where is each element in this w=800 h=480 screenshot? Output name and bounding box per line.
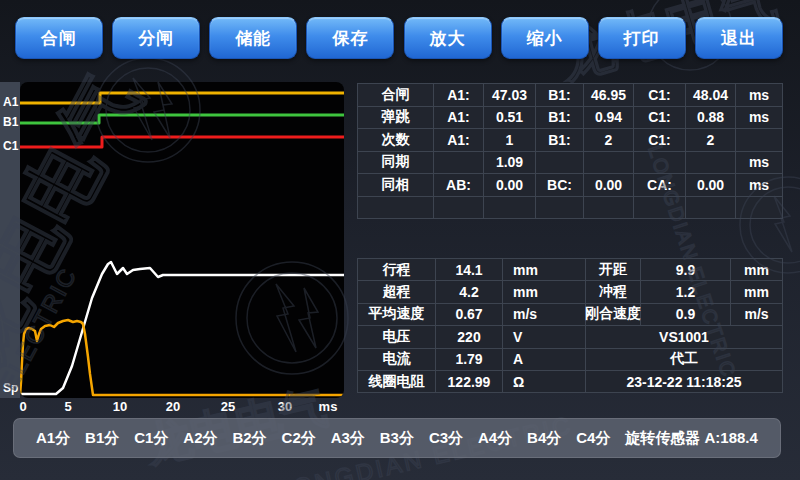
timing-cell-r4-c5: CA: (634, 174, 685, 196)
print-button[interactable]: 打印 (598, 17, 686, 59)
zoom-out-button[interactable]: 缩小 (501, 17, 589, 59)
close-button[interactable]: 合闸 (15, 17, 103, 59)
x-axis-tick-10: 10 (103, 399, 137, 414)
mech-cell-r1-c0: 超程 (358, 281, 435, 302)
timing-results-table: 合闸A1:47.03B1:46.95C1:48.04ms弹跳A1:0.51B1:… (357, 83, 783, 219)
timing-cell-r0-c3: B1: (536, 84, 583, 106)
waveform-svg (20, 82, 344, 398)
phase-open-item-c4: C4分 (576, 429, 610, 448)
phase-open-item-c3: C3分 (429, 429, 463, 448)
timing-cell-r0-c4: 46.95 (584, 84, 633, 106)
toolbar: 合闸分闸储能保存放大缩小打印退出 (15, 17, 783, 57)
exit-button[interactable]: 退出 (695, 17, 783, 59)
timing-cell-r4-c2: 0.00 (484, 174, 535, 196)
mech-cell-r2-c5: m/s (731, 304, 782, 325)
mech-cell-r0-c1: 14.1 (436, 259, 502, 280)
mech-cell-r1-c4: 1.2 (641, 281, 730, 302)
mech-cell-r1-c3: 冲程 (586, 281, 640, 302)
mech-cell-r3-c2: V (503, 326, 585, 347)
trace-label-sp: Sp (3, 381, 23, 395)
mech-cell-r5-c2: Ω (503, 371, 585, 392)
timing-cell-r3-c3 (536, 152, 583, 174)
save-button[interactable]: 保存 (306, 17, 394, 59)
timing-cell-r4-c0: 同相 (358, 174, 433, 196)
mech-merged-cell-r5: 23-12-22 11:18:25 (586, 371, 782, 392)
timing-cell-r1-c7: ms (736, 107, 782, 129)
timing-cell-r4-c6: 0.00 (686, 174, 735, 196)
timing-cell-r5-c5 (634, 197, 685, 219)
x-axis-tick-0: 0 (6, 399, 40, 414)
timing-cell-r3-c4 (584, 152, 633, 174)
timing-cell-r0-c0: 合闸 (358, 84, 433, 106)
mech-merged-cell-r4: 代工 (586, 349, 782, 370)
timing-cell-r3-c1 (434, 152, 483, 174)
timing-cell-r2-c5: C1: (634, 129, 685, 151)
timing-cell-r1-c2: 0.51 (484, 107, 535, 129)
open-button[interactable]: 分闸 (112, 17, 200, 59)
x-axis-tick-20: 20 (156, 399, 190, 414)
timing-cell-r5-c6 (686, 197, 735, 219)
phase-open-item-c1: C1分 (134, 429, 168, 448)
x-axis-tick-ms: ms (311, 399, 345, 414)
mech-cell-r2-c0: 平均速度 (358, 304, 435, 325)
timing-cell-r3-c5 (634, 152, 685, 174)
current-curve-trace (20, 320, 344, 396)
phase-open-item-a1: A1分 (36, 429, 70, 448)
phase-open-item-b2: B2分 (232, 429, 266, 448)
timing-cell-r1-c1: A1: (434, 107, 483, 129)
timing-cell-r0-c2: 47.03 (484, 84, 535, 106)
a1-close-step-trace (20, 93, 344, 103)
timing-cell-r3-c6 (686, 152, 735, 174)
mech-cell-r4-c0: 电流 (358, 349, 435, 370)
x-axis-tick-25: 25 (211, 399, 245, 414)
timing-cell-r4-c3: BC: (536, 174, 583, 196)
mech-cell-r0-c3: 开距 (586, 259, 640, 280)
timing-cell-r5-c3 (536, 197, 583, 219)
timing-cell-r1-c6: 0.88 (686, 107, 735, 129)
mech-cell-r2-c4: 0.9 (641, 304, 730, 325)
mech-cell-r1-c1: 4.2 (436, 281, 502, 302)
mech-cell-r0-c4: 9.9 (641, 259, 730, 280)
c1-close-step-trace (20, 137, 344, 147)
timing-cell-r3-c2: 1.09 (484, 152, 535, 174)
timing-cell-r2-c6: 2 (686, 129, 735, 151)
mechanical-results-table: 行程14.1mm开距9.9mm超程4.2mm冲程1.2mm平均速度0.67m/s… (357, 258, 783, 393)
timing-cell-r2-c3: B1: (536, 129, 583, 151)
trace-label-c1: C1 (3, 139, 23, 153)
timing-cell-r0-c1: A1: (434, 84, 483, 106)
mech-cell-r1-c2: mm (503, 281, 585, 302)
timing-cell-r1-c0: 弹跳 (358, 107, 433, 129)
zoom-in-button[interactable]: 放大 (404, 17, 492, 59)
trace-label-b1: B1 (3, 115, 23, 129)
timing-cell-r5-c1 (434, 197, 483, 219)
charge-button[interactable]: 储能 (209, 17, 297, 59)
phase-open-item-b1: B1分 (85, 429, 119, 448)
x-axis-tick-30: 30 (268, 399, 302, 414)
chart-label-strip (0, 82, 20, 398)
x-axis-tick-5: 5 (51, 399, 85, 414)
mech-cell-r3-c1: 220 (436, 326, 502, 347)
timing-cell-r1-c3: B1: (536, 107, 583, 129)
timing-cell-r5-c2 (484, 197, 535, 219)
timing-cell-r5-c4 (584, 197, 633, 219)
timing-cell-r0-c7: ms (736, 84, 782, 106)
mech-merged-cell-r3: VS1001 (586, 326, 782, 347)
timing-cell-r4-c1: AB: (434, 174, 483, 196)
mech-cell-r2-c3: 刚合速度 (586, 304, 640, 325)
mech-cell-r2-c2: m/s (503, 304, 585, 325)
mech-cell-r5-c1: 122.99 (436, 371, 502, 392)
timing-cell-r0-c6: 48.04 (686, 84, 735, 106)
oscillogram-panel: A1B1C1Sp0510202530ms (0, 80, 356, 414)
timing-cell-r5-c7 (736, 197, 782, 219)
phase-open-item-a2: A2分 (183, 429, 217, 448)
timing-cell-r1-c4: 0.94 (584, 107, 633, 129)
timing-cell-r2-c1: A1: (434, 129, 483, 151)
timing-cell-r2-c7 (736, 129, 782, 151)
mech-cell-r1-c5: mm (731, 281, 782, 302)
mech-cell-r0-c5: mm (731, 259, 782, 280)
timing-cell-r4-c7: ms (736, 174, 782, 196)
timing-cell-r2-c2: 1 (484, 129, 535, 151)
mech-cell-r0-c0: 行程 (358, 259, 435, 280)
timing-cell-r3-c7: ms (736, 152, 782, 174)
rotary-sensor-reading: 旋转传感器 A:188.4 (625, 429, 758, 448)
